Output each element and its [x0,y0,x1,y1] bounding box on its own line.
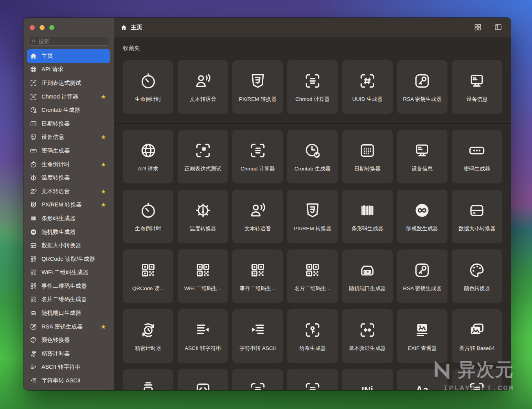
favorite-tile-device-info[interactable]: 设备信息 [452,60,502,114]
sidebar-item-label: 随机端口生成器 [41,309,81,317]
tool-tile-rsa-key-generator[interactable]: RSA 密钥生成器 [397,249,448,303]
tool-tile-barcode-generator[interactable]: 条形码生成器 [342,190,393,243]
sidebar-item-label: ASCII 转字符串 [41,363,81,371]
tool-tile-row6-tool-3[interactable] [232,369,283,390]
tool-tile-regex-tester[interactable]: 正则表达式测试 [178,130,228,183]
favorite-tile-px-rem-converter[interactable]: PX/REM 转换器 [232,60,283,114]
sidebar-item-crontab-generator[interactable]: Crontab 生成器 [27,103,110,117]
sidebar-item-wifi-qrcode-generator[interactable]: WiFi 二维码生成器 [27,266,110,280]
tool-tile-row6-tool-5[interactable]: INi [342,369,393,390]
sidebar-item-px-rem-converter[interactable]: PX/REM 转换器★ [27,198,110,212]
sidebar-item-event-qrcode-generator[interactable]: 事件二维码生成器 [27,279,110,293]
favorite-star-icon: ★ [101,202,108,208]
tool-tile-device-info[interactable]: 设备信息 [397,130,448,183]
tile-label: 字符串转 ASCII [239,345,276,352]
tile-label: WiFi 二维码生... [184,285,222,292]
password-icon [30,147,37,154]
sidebar-item-random-port-generator[interactable]: 随机端口生成器 [27,306,110,320]
sidebar-item-label: 正则表达式测试 [41,79,81,87]
tile-label: 日期转换器 [354,165,381,172]
qrcode-icon [30,269,37,276]
tool-tile-hash-generator[interactable]: 哈希生成器 [287,309,338,363]
tool-tile-qrcode-reader-generator[interactable]: QRCode 读... [123,249,173,303]
close-window-button[interactable] [30,25,35,30]
sidebar-item-regex-tester[interactable]: 正则表达式测试 [27,76,110,90]
sidebar-item-string-to-ascii[interactable]: 字符串转 ASCII [27,374,110,387]
sidebar-item-rsa-key-generator[interactable]: RSA 密钥生成器★ [27,320,110,334]
monitor-icon [30,133,37,141]
tool-tile-wifi-qrcode-generator[interactable]: WiFi 二维码生... [178,249,228,303]
sidebar-item-random-number-generator[interactable]: 随机数生成器 [27,225,110,239]
code-image-icon [194,381,212,390]
tool-tile-exif-viewer[interactable]: EXIF 查看器 [397,309,448,363]
sidebar-item-life-countdown[interactable]: 生命倒计时★ [27,158,110,171]
tool-tile-crontab-generator[interactable]: Crontab 生成器 [287,130,338,183]
tool-tile-string-to-ascii[interactable]: 字符串转 ASCII [232,309,283,363]
search-input[interactable]: 搜索 [28,37,109,46]
tool-tile-row6-tool-2[interactable] [178,369,228,390]
tool-tile-row6-tool-6[interactable]: Aa [397,369,448,390]
sidebar-item-ascii-to-string[interactable]: ASCII 转字符串 [27,361,110,374]
sidebar-item-home[interactable]: 主页 [27,49,110,63]
sidebar-toggle-button[interactable] [494,23,502,32]
sidebar-item-password-generator[interactable]: 密码生成器 [27,144,110,158]
image-base64-icon [468,321,486,339]
tool-tile-basic-auth-generator[interactable]: 基本验证生成器 [342,309,393,363]
qrcode-icon [304,261,322,279]
sidebar-item-color-converter[interactable]: 颜色转换器 [27,333,110,347]
tool-tile-precision-timer[interactable]: 精密计时器 [123,309,173,363]
tool-tile-password-generator[interactable]: 密码生成器 [452,130,502,183]
sidebar-item-barcode-generator[interactable]: 条形码生成器 [27,212,110,225]
favorite-tile-text-to-speech[interactable]: 文本转语音 [178,60,228,114]
tool-tile-random-port-generator[interactable]: 随机端口生成器 [342,249,393,303]
zoom-window-button[interactable] [49,25,54,30]
tool-tile-random-number-generator[interactable]: 随机数生成器 [397,190,448,243]
favorite-tile-life-countdown[interactable]: 生命倒计时 [123,60,173,114]
sidebar-item-chmod-calculator[interactable]: Chmod 计算器★ [27,90,110,104]
hash-doc-icon [139,381,157,390]
tile-label: 精密计时器 [135,345,162,352]
palette-icon [468,261,486,279]
minimize-window-button[interactable] [40,25,45,30]
tile-label: RSA 密钥生成器 [403,96,441,103]
tool-tile-ascii-to-string[interactable]: ASCII 转字符串 [178,309,228,363]
chmod-frame-icon [304,72,322,90]
grid-view-button[interactable] [474,23,482,32]
tool-tile-image-to-base64[interactable]: 图片转 Base64 [452,309,502,363]
favorite-tile-rsa-key-generator[interactable]: RSA 密钥生成器 [397,60,448,114]
favorite-tile-uuid-generator[interactable]: UUID 生成器 [342,60,393,114]
tile-label: Crontab 生成器 [295,165,331,172]
sidebar-item-precision-timer[interactable]: 精密计时器 [27,347,110,361]
sidebar-item-qrcode-reader-generator[interactable]: QRCode 读取/生成器 [27,252,110,266]
sidebar-item-temperature-converter[interactable]: 温度转换器 [27,171,110,185]
tool-tile-text-to-speech[interactable]: 文本转语音 [232,190,283,243]
tool-tile-data-size-converter[interactable]: 数据大小转换器 [452,190,502,243]
clock-check-icon [30,106,37,114]
sidebar-item-api-request[interactable]: API 请求 [27,63,110,77]
barcode-icon [358,201,376,219]
sidebar-item-text-to-speech[interactable]: 文本转语音★ [27,185,110,198]
tool-tile-temperature-converter[interactable]: 温度转换器 [178,190,228,243]
tool-tile-row6-tool-7[interactable] [452,369,502,390]
favorite-tile-chmod-calculator[interactable]: Chmod 计算器 [287,60,338,114]
tool-tile-px-rem-converter[interactable]: PX/REM 转换器 [287,190,338,243]
tool-tile-vcard-qrcode-generator[interactable]: 名片二维码生... [287,249,338,303]
tool-tile-row6-tool-1[interactable] [123,369,173,390]
ascii-to-string-icon [194,321,212,339]
ini-text-icon: INi [358,381,376,390]
tile-label: 设备信息 [466,96,487,103]
tool-tile-api-request[interactable]: API 请求 [123,130,173,183]
timer-icon [139,72,157,90]
hash-frame-icon [304,321,322,339]
tool-tile-life-countdown[interactable]: 生命倒计时 [123,190,173,243]
tool-tile-date-converter[interactable]: 日期转换器 [342,130,393,183]
tool-tile-color-converter[interactable]: 颜色转换器 [452,249,502,303]
tool-tile-row6-tool-4[interactable] [287,369,338,390]
sidebar-item-data-size-converter[interactable]: 数据大小转换器 [27,239,110,252]
sidebar-item-date-converter[interactable]: 日期转换器 [27,117,110,131]
tool-tile-chmod-calculator[interactable]: Chmod 计算器 [232,130,283,183]
tile-label: 生命倒计时 [135,225,162,232]
tool-tile-event-qrcode-generator[interactable]: 事件二维码生... [232,249,283,303]
sidebar-item-vcard-qrcode-generator[interactable]: 名片二维码生成器 [27,293,110,307]
sidebar-item-device-info[interactable]: 设备信息★ [27,131,110,144]
